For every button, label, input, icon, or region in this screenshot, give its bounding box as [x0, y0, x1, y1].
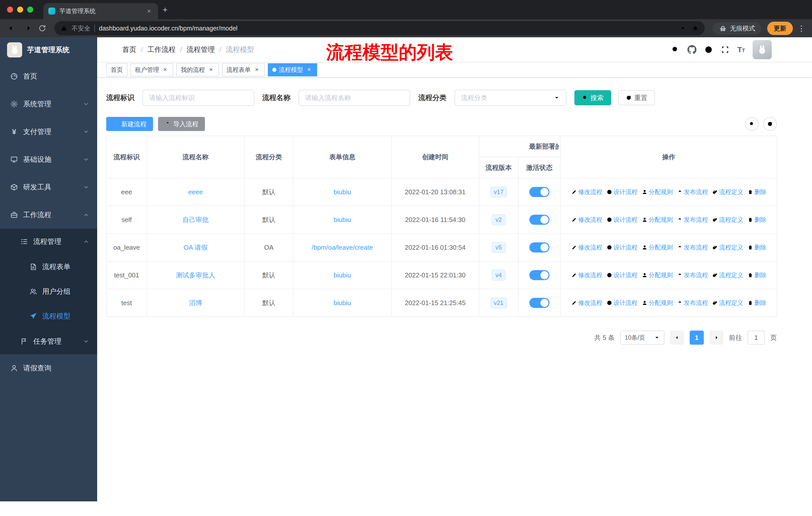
sidebar-item-system[interactable]: 系统管理: [0, 90, 97, 118]
help-icon[interactable]: [704, 45, 713, 54]
active-toggle[interactable]: [529, 270, 549, 280]
current-page-button[interactable]: 1: [690, 331, 704, 345]
tag-my-process[interactable]: 我的流程×: [176, 63, 219, 76]
edit-process-link[interactable]: 修改流程: [571, 216, 602, 224]
app-logo[interactable]: 芋道管理系统: [0, 37, 97, 62]
window-close-button[interactable]: [7, 6, 13, 12]
next-page-button[interactable]: [709, 331, 723, 345]
process-id-input[interactable]: [142, 90, 254, 106]
delete-link[interactable]: 删除: [747, 243, 766, 251]
toggle-search-button[interactable]: [745, 117, 759, 131]
edit-process-link[interactable]: 修改流程: [571, 188, 602, 196]
publish-process-link[interactable]: 发布流程: [677, 188, 708, 196]
sidebar-item-workflow[interactable]: 工作流程: [0, 201, 97, 229]
active-toggle[interactable]: [529, 187, 549, 197]
address-bar[interactable]: 不安全 dashboard.yudao.iocoder.cn/bpm/manag…: [54, 21, 705, 35]
key-icon[interactable]: [680, 25, 688, 32]
active-toggle[interactable]: [529, 298, 549, 308]
process-definition-link[interactable]: 流程定义: [712, 299, 743, 307]
sidebar-item-process-management[interactable]: 流程管理: [0, 229, 97, 254]
publish-process-link[interactable]: 发布流程: [677, 271, 708, 279]
tag-process-model-active[interactable]: 流程模型×: [268, 63, 317, 76]
import-process-button[interactable]: 导入流程: [158, 117, 205, 131]
hamburger-icon[interactable]: [105, 45, 115, 55]
sidebar-item-process-form[interactable]: 流程表单: [0, 254, 97, 279]
sidebar-item-task-management[interactable]: 任务管理: [0, 329, 97, 354]
active-toggle[interactable]: [529, 242, 549, 252]
github-icon[interactable]: [688, 45, 696, 54]
publish-process-link[interactable]: 发布流程: [677, 299, 708, 307]
sidebar-item-process-model[interactable]: 流程模型: [0, 304, 97, 329]
process-definition-link[interactable]: 流程定义: [712, 216, 743, 224]
breadcrumb-item[interactable]: 首页: [122, 45, 137, 54]
process-name-link[interactable]: OA 请假: [183, 244, 207, 251]
new-tab-button[interactable]: +: [158, 2, 172, 17]
tag-tenant[interactable]: 租户管理×: [130, 63, 173, 76]
update-button[interactable]: 更新: [767, 22, 793, 35]
edit-process-link[interactable]: 修改流程: [571, 243, 602, 251]
tag-home[interactable]: 首页: [106, 63, 127, 76]
page-size-select[interactable]: 10条/页: [620, 331, 665, 345]
back-button[interactable]: [5, 21, 19, 35]
process-name-input[interactable]: [298, 90, 410, 106]
reload-button[interactable]: [35, 21, 49, 35]
tag-close-icon[interactable]: ×: [207, 66, 214, 73]
form-info-link[interactable]: biubiu: [334, 216, 351, 223]
tag-process-form[interactable]: 流程表单×: [222, 63, 265, 76]
active-toggle[interactable]: [529, 215, 549, 225]
sidebar-item-payment[interactable]: ¥ 支付管理: [0, 118, 97, 146]
create-process-button[interactable]: 新建流程: [106, 117, 153, 131]
design-process-link[interactable]: 设计流程: [606, 216, 638, 224]
process-name-link[interactable]: 滔博: [189, 299, 202, 307]
assign-rule-link[interactable]: 分配规则: [642, 216, 673, 224]
delete-link[interactable]: 删除: [747, 216, 766, 224]
reset-button[interactable]: 重置: [618, 90, 655, 105]
assign-rule-link[interactable]: 分配规则: [642, 271, 673, 279]
edit-process-link[interactable]: 修改流程: [571, 271, 602, 279]
prev-page-button[interactable]: [670, 331, 684, 345]
sidebar-item-user-group[interactable]: 用户分组: [0, 279, 97, 304]
tag-close-icon[interactable]: ×: [253, 66, 260, 73]
window-zoom-button[interactable]: [27, 6, 33, 12]
user-avatar[interactable]: [753, 40, 772, 59]
design-process-link[interactable]: 设计流程: [606, 299, 638, 307]
browser-tab[interactable]: 芋道管理系统 ×: [43, 3, 158, 19]
assign-rule-link[interactable]: 分配规则: [642, 243, 673, 251]
design-process-link[interactable]: 设计流程: [606, 243, 638, 251]
process-name-link[interactable]: 自己审批: [182, 216, 209, 223]
forward-button[interactable]: [20, 21, 34, 35]
assign-rule-link[interactable]: 分配规则: [642, 188, 673, 196]
design-process-link[interactable]: 设计流程: [606, 271, 638, 279]
form-info-link[interactable]: /bpm/oa/leave/create: [312, 244, 373, 251]
goto-page-input[interactable]: [748, 331, 765, 345]
breadcrumb-item[interactable]: 工作流程: [147, 45, 176, 54]
sidebar-item-home[interactable]: 首页: [0, 62, 97, 90]
process-name-link[interactable]: 测试多审批人: [176, 271, 215, 279]
bookmark-star-icon[interactable]: [692, 25, 699, 32]
search-button[interactable]: 搜索: [574, 90, 611, 105]
browser-menu-icon[interactable]: ⋮: [796, 24, 807, 33]
sidebar-item-leave-query[interactable]: 请假查询: [0, 354, 97, 382]
refresh-table-button[interactable]: [763, 117, 777, 131]
breadcrumb-item[interactable]: 流程管理: [187, 45, 215, 54]
process-name-link[interactable]: eeee: [188, 188, 203, 196]
edit-process-link[interactable]: 修改流程: [571, 299, 602, 307]
form-info-link[interactable]: biubiu: [334, 271, 351, 279]
process-category-select[interactable]: 流程分类: [455, 90, 566, 106]
design-process-link[interactable]: 设计流程: [606, 188, 638, 196]
assign-rule-link[interactable]: 分配规则: [642, 299, 673, 307]
form-info-link[interactable]: biubiu: [334, 299, 351, 307]
search-icon[interactable]: [671, 45, 680, 54]
process-definition-link[interactable]: 流程定义: [712, 271, 743, 279]
delete-link[interactable]: 删除: [747, 188, 766, 196]
tab-close-icon[interactable]: ×: [145, 7, 153, 15]
fullscreen-icon[interactable]: [721, 45, 730, 54]
delete-link[interactable]: 删除: [747, 271, 766, 279]
sidebar-item-devtools[interactable]: 研发工具: [0, 173, 97, 201]
publish-process-link[interactable]: 发布流程: [677, 216, 708, 224]
window-minimize-button[interactable]: [17, 6, 23, 12]
publish-process-link[interactable]: 发布流程: [677, 243, 708, 251]
sidebar-item-infrastructure[interactable]: 基础设施: [0, 146, 97, 173]
form-info-link[interactable]: biubiu: [334, 188, 351, 196]
tag-close-icon[interactable]: ×: [162, 66, 169, 73]
